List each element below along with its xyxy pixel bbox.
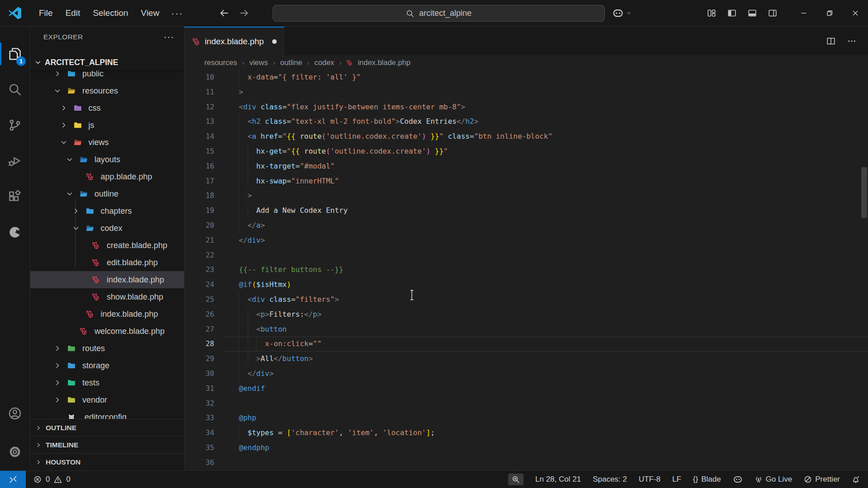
cursor-position-status[interactable]: Ln 28, Col 21 xyxy=(535,475,581,484)
code-line-28[interactable]: 28 x-on:click="" xyxy=(184,337,868,352)
language-mode-status[interactable]: {} Blade xyxy=(693,475,721,484)
code-line-27[interactable]: 27 <button xyxy=(184,322,868,337)
line-number[interactable]: 31 xyxy=(184,381,224,396)
line-number[interactable]: 35 xyxy=(184,441,224,455)
code-line-14[interactable]: 14 <a href="{{ route('outline.codex.crea… xyxy=(184,129,868,144)
settings-button[interactable] xyxy=(0,436,30,468)
minimize-button[interactable] xyxy=(791,0,816,26)
tree-item-edit-blade-php[interactable]: edit.blade.php xyxy=(30,254,184,271)
tree-item-tests[interactable]: tests xyxy=(30,374,184,391)
navigate-forward-button[interactable] xyxy=(239,8,249,18)
line-number[interactable]: 14 xyxy=(184,129,224,144)
sidebar-section-outline[interactable]: OUTLINE xyxy=(30,419,184,436)
project-root-row[interactable]: ARCITECT_ALPINE xyxy=(30,55,184,70)
line-number[interactable]: 36 xyxy=(184,455,224,470)
line-number[interactable]: 15 xyxy=(184,144,224,159)
copilot-button[interactable] xyxy=(612,7,632,19)
tree-item-index-blade-php[interactable]: index.blade.php xyxy=(30,271,184,288)
code-line-11[interactable]: 11 > xyxy=(184,85,868,100)
menu-file[interactable]: File xyxy=(33,5,59,21)
code-line-13[interactable]: 13 <h2 class="text-xl ml-2 font-bold">Co… xyxy=(184,114,868,129)
tree-item-codex[interactable]: codex xyxy=(30,220,184,237)
sidebar-item-extension-custom[interactable] xyxy=(0,216,30,249)
code-editor[interactable]: 10 x-data="{ filter: 'all' }"11 >12 <div… xyxy=(184,70,868,470)
warnings-count[interactable]: 0 xyxy=(66,475,70,484)
restore-button[interactable] xyxy=(816,0,842,26)
code-line-10[interactable]: 10 x-data="{ filter: 'all' }" xyxy=(184,70,868,85)
code-line-33[interactable]: 33 @php xyxy=(184,411,868,426)
code-line-17[interactable]: 17 hx-swap="innerHTML" xyxy=(184,174,868,189)
line-number[interactable]: 10 xyxy=(184,70,224,85)
line-number[interactable]: 17 xyxy=(184,174,224,189)
tree-item-create-blade-php[interactable]: create.blade.php xyxy=(30,237,184,254)
accounts-button[interactable] xyxy=(0,397,30,430)
tree-item-index-blade-php[interactable]: index.blade.php xyxy=(30,305,184,323)
breadcrumb-item-outline[interactable]: outline xyxy=(280,58,302,67)
line-number[interactable]: 34 xyxy=(184,426,224,441)
sidebar-section-timeline[interactable]: TIMELINE xyxy=(30,436,184,453)
explorer-more-actions-button[interactable]: ··· xyxy=(164,35,174,39)
menu-overflow-button[interactable]: ··· xyxy=(165,8,189,19)
breadcrumb-item-views[interactable]: views xyxy=(249,58,268,67)
code-line-15[interactable]: 15 hx-get="{{ route('outline.codex.creat… xyxy=(184,144,868,159)
code-line-25[interactable]: 25 <div class="filters"> xyxy=(184,292,868,307)
tree-item-js[interactable]: js xyxy=(30,117,184,134)
split-editor-button[interactable] xyxy=(826,37,835,46)
code-line-26[interactable]: 26 <p>Filters:</p> xyxy=(184,307,868,322)
toggle-secondary-sidebar-button[interactable] xyxy=(768,9,777,18)
copilot-status-icon[interactable] xyxy=(733,474,743,484)
code-line-36[interactable]: 36 xyxy=(184,455,868,470)
tree-item-routes[interactable]: routes xyxy=(30,340,184,357)
prettier-button[interactable]: Prettier xyxy=(804,475,840,484)
sidebar-item-run-debug[interactable] xyxy=(0,145,30,177)
sidebar-item-source-control[interactable] xyxy=(0,109,30,141)
tree-item-views[interactable]: views xyxy=(30,134,184,151)
encoding-status[interactable]: UTF-8 xyxy=(639,475,660,484)
code-line-23[interactable]: 23 {{-- filter buttons --}} xyxy=(184,263,868,277)
code-line-19[interactable]: 19 Add a New Codex Entry xyxy=(184,203,868,218)
code-line-22[interactable]: 22 xyxy=(184,248,868,263)
menu-edit[interactable]: Edit xyxy=(59,5,87,21)
tree-item-storage[interactable]: storage xyxy=(30,357,184,374)
sidebar-section-houston[interactable]: HOUSTON xyxy=(30,453,184,470)
zoom-status-button[interactable] xyxy=(508,474,524,485)
line-number[interactable]: 25 xyxy=(184,292,224,307)
code-line-20[interactable]: 20 </a> xyxy=(184,218,868,233)
line-number[interactable]: 20 xyxy=(184,218,224,233)
line-number[interactable]: 32 xyxy=(184,396,224,411)
notifications-bell-button[interactable] xyxy=(852,475,860,483)
breadcrumb-item-codex[interactable]: codex xyxy=(314,58,334,67)
line-number[interactable]: 18 xyxy=(184,188,224,203)
breadcrumb-item-index-blade-php[interactable]: index.blade.php xyxy=(358,58,410,67)
breadcrumb-item-resources[interactable]: resources xyxy=(204,58,237,67)
sidebar-item-search[interactable] xyxy=(0,73,30,106)
tree-item-layouts[interactable]: layouts xyxy=(30,151,184,168)
code-line-34[interactable]: 34 $types = ['character', 'item', 'locat… xyxy=(184,426,868,441)
code-line-32[interactable]: 32 xyxy=(184,396,868,411)
line-number[interactable]: 24 xyxy=(184,277,224,292)
go-live-button[interactable]: Go Live xyxy=(755,475,793,484)
menu-view[interactable]: View xyxy=(135,5,166,21)
code-line-31[interactable]: 31 @endif xyxy=(184,381,868,396)
code-line-35[interactable]: 35 @endphp xyxy=(184,441,868,455)
code-line-30[interactable]: 30 </div> xyxy=(184,366,868,381)
tree-item-css[interactable]: css xyxy=(30,99,184,117)
editor-more-actions-button[interactable] xyxy=(847,37,856,46)
line-number[interactable]: 26 xyxy=(184,307,224,322)
customize-layout-button[interactable] xyxy=(707,9,716,18)
tree-item-vendor[interactable]: vendor xyxy=(30,391,184,408)
code-line-21[interactable]: 21 </div> xyxy=(184,233,868,248)
toggle-primary-sidebar-button[interactable] xyxy=(727,9,736,18)
tab-modified-dot[interactable] xyxy=(272,39,277,44)
line-number[interactable]: 13 xyxy=(184,114,224,129)
command-center-search[interactable]: arcitect_alpine xyxy=(273,5,605,22)
code-line-16[interactable]: 16 hx-target="#modal" xyxy=(184,159,868,174)
tab-index-blade-php[interactable]: index.blade.php xyxy=(184,27,284,55)
line-number[interactable]: 30 xyxy=(184,366,224,381)
tree-item-outline[interactable]: outline xyxy=(30,185,184,202)
toggle-panel-button[interactable] xyxy=(748,9,757,18)
line-number[interactable]: 33 xyxy=(184,411,224,426)
sidebar-item-explorer[interactable]: 1 xyxy=(0,38,30,70)
line-number[interactable]: 23 xyxy=(184,263,224,277)
line-number[interactable]: 19 xyxy=(184,203,224,218)
